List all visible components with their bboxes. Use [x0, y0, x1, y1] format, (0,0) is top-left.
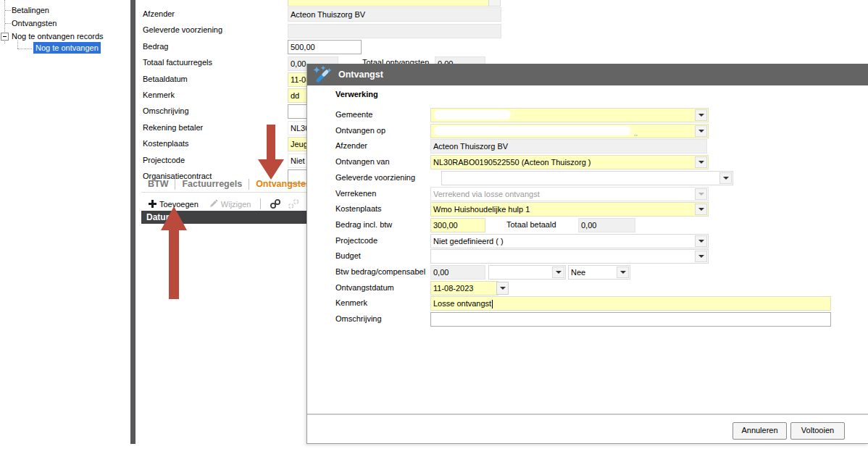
ontvangstdatum-dropdown-button[interactable]: [496, 282, 509, 295]
pencil-icon: [209, 199, 218, 209]
ontvangstdatum-input[interactable]: 11-08-2023: [430, 281, 498, 295]
dropdown-arrow[interactable]: [552, 267, 564, 278]
panel-divider: [130, 0, 135, 444]
dialog-label-ontvangstdatum: Ontvangstdatum: [335, 281, 394, 294]
sidebar-item-label: Nog te ontvangen: [36, 43, 99, 52]
sidebar-item-label: Nog te ontvangen records: [12, 32, 104, 41]
magic-wand-icon: [313, 65, 332, 84]
gemeente-combobox[interactable]: [430, 108, 709, 122]
field-label-kenmerk: Kenmerk: [143, 88, 175, 102]
dialog-section-verwerking: Verwerking: [335, 90, 378, 98]
projectcode-value: Niet gedefinieerd ( ): [433, 237, 504, 246]
field-label-afzender: Afzender: [143, 7, 175, 21]
dialog-label-bedrag-incl-btw: Bedrag incl. btw: [335, 218, 392, 231]
redaction-marks: ,,: [634, 127, 638, 138]
budget-combobox[interactable]: [430, 249, 709, 264]
field-label-omschrijving: Omschrijving: [143, 104, 189, 118]
tab-ontvangsten[interactable]: Ontvangsten: [256, 179, 311, 189]
dialog-footer-separator: [307, 414, 868, 415]
dropdown-arrow[interactable]: [695, 125, 707, 137]
field-label-geleverde-voorziening: Geleverde voorziening: [143, 22, 222, 37]
field-label-totaal-factuurregels: Totaal factuurregels: [143, 55, 212, 70]
field-label-bedrag: Bedrag: [143, 39, 168, 54]
dialog-label-gemeente: Gemeente: [335, 108, 372, 121]
detail-tabs: BTW Factuurregels Ontvangsten: [141, 176, 317, 193]
bedrag-incl-btw-input[interactable]: 300,00: [430, 218, 485, 232]
btw-bedrag-field: 0,00: [430, 265, 485, 280]
tree-connector-stub: [17, 49, 32, 49]
totaal-betaald-field: 0,00: [578, 218, 635, 232]
dialog-label-verrekenen: Verrekenen: [335, 187, 376, 200]
tree-collapse-icon[interactable]: [1, 33, 9, 41]
field-label-kostenplaats: Kostenplaats: [143, 136, 189, 151]
dialog-label-geleverde-voorziening: Geleverde voorziening: [335, 171, 415, 184]
tree-connector-line: [17, 41, 18, 49]
dialog-omschrijving-input[interactable]: [430, 312, 831, 327]
dialog-header: Ontvangst: [307, 64, 868, 85]
kenmerk-value: Losse ontvangst: [433, 299, 491, 308]
verrekenen-value: Verrekend via losse ontvangst: [433, 190, 540, 198]
dialog-label-omschrijving: Omschrijving: [335, 312, 382, 325]
field-label-betaaldatum: Betaaldatum: [143, 72, 188, 86]
form-field-top-button[interactable]: [488, 0, 501, 7]
dropdown-arrow[interactable]: [695, 156, 707, 168]
finish-button[interactable]: Voltooien: [790, 422, 845, 440]
ontvangen-op-combobox[interactable]: ,,: [430, 124, 709, 138]
dialog-label-ontvangen-van: Ontvangen van: [335, 155, 390, 168]
dialog-geleverde-voorziening-combobox[interactable]: [441, 171, 733, 185]
annotation-arrow-down: [258, 125, 284, 180]
dialog-kenmerk-input[interactable]: Losse ontvangst: [430, 296, 831, 311]
dialog-label-btw-bedrag: Btw bedrag/compensabel: [335, 265, 425, 278]
annotation-arrow-up: [161, 206, 187, 299]
dropdown-arrow[interactable]: [695, 235, 707, 247]
sidebar-item-ontvangsten[interactable]: Ontvangsten: [12, 17, 57, 29]
tab-factuurregels[interactable]: Factuurregels: [182, 179, 242, 189]
btw-percentage-combobox[interactable]: [488, 265, 566, 280]
sidebar-item-nog-te-ontvangen[interactable]: Nog te ontvangen: [33, 42, 101, 54]
dropdown-arrow: [695, 188, 707, 200]
compensabel-value: Nee: [571, 268, 585, 277]
ontvangen-van-combobox[interactable]: NL30RABO0190522550 (Acteon Thuiszorg ): [430, 155, 709, 169]
redaction-blob: [434, 126, 631, 135]
tree-connector-stub: [5, 10, 11, 11]
dialog-label-budget: Budget: [335, 249, 361, 262]
sidebar-item-nog-te-ontvangen-records[interactable]: Nog te ontvangen records: [12, 30, 104, 42]
sidebar-item-betalingen[interactable]: Betalingen: [12, 4, 49, 16]
bedrag-input[interactable]: 500,00: [288, 40, 362, 54]
broken-link-icon: [288, 198, 299, 209]
field-label-projectcode: Projectcode: [143, 153, 185, 167]
tab-separator: [175, 179, 175, 190]
dropdown-arrow[interactable]: [695, 109, 707, 121]
text-caret: [492, 300, 493, 309]
redaction-blob: [434, 110, 511, 119]
dialog-label-afzender: Afzender: [335, 139, 367, 152]
dialog-label-kostenplaats: Kostenplaats: [335, 202, 382, 215]
dialog-label-totaal-betaald: Totaal betaald: [506, 218, 556, 231]
link-icon: [270, 198, 281, 209]
dropdown-arrow[interactable]: [695, 203, 707, 215]
cancel-button[interactable]: Annuleren: [733, 422, 787, 440]
field-label-rekening-betaler: Rekening betaler: [143, 120, 203, 135]
kostenplaats-value: Wmo Huishoudelijke hulp 1: [433, 205, 530, 214]
sidebar-item-label: Ontvangsten: [12, 19, 57, 28]
dialog-kostenplaats-combobox[interactable]: Wmo Huishoudelijke hulp 1: [430, 202, 709, 217]
dropdown-arrow[interactable]: [719, 172, 732, 184]
dialog-afzender-field: Acteon Thuiszorg BV: [430, 139, 707, 154]
toolbar-separator: [260, 198, 261, 209]
tab-btw[interactable]: BTW: [148, 179, 168, 189]
form-field-top-partial[interactable]: [288, 0, 489, 7]
compensabel-combobox[interactable]: Nee: [568, 265, 630, 280]
dropdown-arrow[interactable]: [617, 267, 629, 278]
dialog-label-kenmerk: Kenmerk: [335, 296, 367, 309]
tab-separator: [249, 179, 249, 190]
link-button[interactable]: [270, 198, 281, 209]
dialog-label-ontvangen-op: Ontvangen op: [335, 124, 385, 137]
ontvangst-dialog: Ontvangst Verwerking Gemeente Ontvangen …: [306, 64, 868, 444]
edit-button[interactable]: Wijzigen: [209, 199, 251, 209]
dialog-title: Ontvangst: [338, 70, 383, 80]
dialog-projectcode-combobox[interactable]: Niet gedefinieerd ( ): [430, 234, 709, 248]
dropdown-arrow[interactable]: [695, 251, 707, 262]
unlink-button[interactable]: [288, 198, 299, 209]
edit-button-label: Wijzigen: [221, 200, 251, 209]
tree-connector-stub: [5, 23, 11, 24]
